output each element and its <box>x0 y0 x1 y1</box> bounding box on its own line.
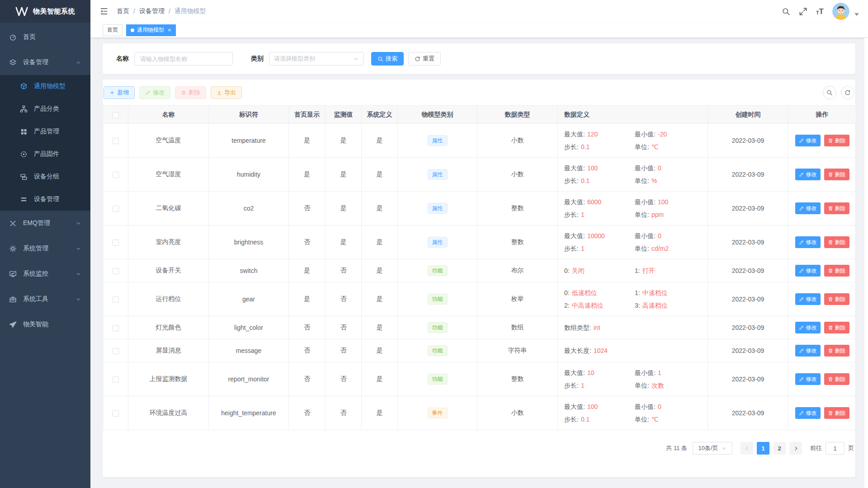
column-header-8: 数据定义 <box>558 106 708 124</box>
row-delete-button[interactable]: 删除 <box>824 169 849 180</box>
sidebar-item-emq[interactable]: EMQ管理 <box>0 211 90 236</box>
cell-identifier: message <box>209 339 289 362</box>
header-search-icon[interactable] <box>782 7 790 16</box>
row-delete-button[interactable]: 删除 <box>824 265 849 277</box>
cell-category: 功能 <box>398 339 477 362</box>
breadcrumb-item[interactable]: 设备管理 <box>139 7 165 15</box>
row-edit-label: 修改 <box>806 347 817 355</box>
cell-category: 属性 <box>398 225 477 259</box>
sidebar-item-gear[interactable]: 系统管理 <box>0 236 90 261</box>
bars-icon <box>20 196 28 203</box>
sidebar-subitem-firmware[interactable]: 产品固件 <box>0 143 90 165</box>
definition-key: 最小值: <box>635 403 656 410</box>
definition-key: 单位: <box>635 245 649 252</box>
row-edit-button[interactable]: 修改 <box>795 265 821 277</box>
sidebar-subitem-group[interactable]: 设备分组 <box>0 165 90 188</box>
row-checkbox[interactable] <box>113 138 119 144</box>
row-delete-button[interactable]: 删除 <box>824 236 849 248</box>
row-delete-button[interactable]: 删除 <box>824 345 849 357</box>
font-size-icon[interactable]: TT <box>816 8 824 15</box>
row-checkbox[interactable] <box>113 348 119 354</box>
sidebar-item-send[interactable]: 物美智能 <box>0 312 90 337</box>
row-delete-button[interactable]: 删除 <box>824 373 849 385</box>
sidebar-item-layers[interactable]: 设备管理 <box>0 50 90 75</box>
close-icon[interactable]: × <box>168 27 171 33</box>
fullscreen-icon[interactable] <box>799 7 807 16</box>
name-filter-input[interactable] <box>134 52 233 66</box>
definition-item: 步长:0.1 <box>564 176 633 186</box>
chevron-down-icon <box>353 56 359 62</box>
row-checkbox[interactable] <box>113 268 119 274</box>
row-delete-button[interactable]: 删除 <box>824 202 849 214</box>
edit-button[interactable]: 修改 <box>139 86 170 99</box>
delete-button[interactable]: 删除 <box>175 86 206 99</box>
page-button-1[interactable]: 1 <box>757 442 769 455</box>
tab-inactive[interactable]: 首页 <box>103 24 123 36</box>
trash-icon <box>828 172 833 177</box>
sidebar-item-dashboard[interactable]: 首页 <box>0 24 90 50</box>
row-checkbox[interactable] <box>113 376 119 383</box>
row-delete-button[interactable]: 删除 <box>824 322 849 333</box>
row-delete-button[interactable]: 删除 <box>824 407 849 419</box>
export-button[interactable]: 导出 <box>211 86 242 99</box>
cell-name: 二氧化碳 <box>128 192 209 225</box>
category-tag: 事件 <box>428 408 448 418</box>
sidebar-toggle-icon[interactable] <box>99 7 108 16</box>
definition-value: 中高速档位 <box>572 302 604 309</box>
row-edit-button[interactable]: 修改 <box>795 135 821 146</box>
table-row: 运行档位gear是否是功能枚举0:低速档位1:中速档位2:中高速档位3:高速档位… <box>104 282 856 316</box>
row-delete-button[interactable]: 删除 <box>824 293 849 305</box>
row-edit-button[interactable]: 修改 <box>795 407 821 419</box>
sidebar-subitem-grid[interactable]: 产品管理 <box>0 120 90 143</box>
add-button[interactable]: 新增 <box>104 86 135 99</box>
tag-dot <box>131 28 134 32</box>
scrollbar[interactable] <box>864 38 868 488</box>
sidebar-item-monitor[interactable]: 系统监控 <box>0 261 90 286</box>
sidebar-subitem-sitemap[interactable]: 产品分类 <box>0 98 90 120</box>
search-button[interactable]: 搜索 <box>371 52 404 66</box>
row-checkbox[interactable] <box>113 325 119 331</box>
next-page-button[interactable] <box>789 442 802 455</box>
tab-label: 首页 <box>107 26 118 34</box>
row-delete-button[interactable]: 删除 <box>824 135 849 146</box>
cell-identifier: height_temperature <box>209 396 289 430</box>
tab-active[interactable]: 通用物模型× <box>126 24 176 36</box>
user-menu-caret-icon[interactable] <box>854 13 859 16</box>
row-edit-button[interactable]: 修改 <box>795 322 821 333</box>
prev-page-button[interactable] <box>741 442 753 455</box>
sidebar-item-toolbox[interactable]: 系统工具 <box>0 286 90 312</box>
row-edit-button[interactable]: 修改 <box>795 373 821 385</box>
row-edit-button[interactable]: 修改 <box>795 236 821 248</box>
refresh-table-button[interactable] <box>841 86 854 99</box>
category-tag: 功能 <box>428 322 448 333</box>
sidebar-subitem-cube[interactable]: 通用物模型 <box>0 75 90 98</box>
row-checkbox[interactable] <box>113 239 119 246</box>
row-checkbox[interactable] <box>113 172 119 178</box>
definition-grid: 最大值:120最小值:-20步长:0.1单位:℃ <box>564 129 704 152</box>
row-edit-button[interactable]: 修改 <box>795 293 821 305</box>
row-checkbox[interactable] <box>113 296 119 303</box>
definition-item: 0:关闭 <box>564 266 633 276</box>
cell-created-time: 2022-03-09 <box>708 282 788 316</box>
goto-page-input[interactable] <box>826 442 844 455</box>
sidebar-subitem-bars[interactable]: 设备管理 <box>0 188 90 211</box>
category-filter-select[interactable]: 请选择模型类别 <box>269 52 364 66</box>
select-all-checkbox[interactable] <box>113 112 119 118</box>
toggle-search-button[interactable] <box>823 86 836 99</box>
page-size-select[interactable]: 10条/页 <box>693 442 732 455</box>
row-edit-button[interactable]: 修改 <box>795 169 821 180</box>
definition-item: 单位:℃ <box>635 414 704 424</box>
page-button-2[interactable]: 2 <box>773 442 786 455</box>
row-checkbox[interactable] <box>113 206 119 212</box>
row-edit-button[interactable]: 修改 <box>795 202 821 214</box>
cell-definition: 数组类型:int <box>558 316 708 339</box>
page-size-value: 10条/页 <box>698 444 718 452</box>
reset-button[interactable]: 重置 <box>408 52 441 66</box>
cell-actions: 修改删除 <box>788 396 856 430</box>
definition-value: 低速档位 <box>572 289 597 296</box>
row-edit-button[interactable]: 修改 <box>795 345 821 357</box>
breadcrumb-item[interactable]: 首页 <box>117 7 129 15</box>
cell-definition: 最大值:10000最小值:0步长:1单位:cd/m2 <box>558 225 708 259</box>
row-checkbox[interactable] <box>113 410 119 417</box>
avatar[interactable] <box>832 3 849 20</box>
